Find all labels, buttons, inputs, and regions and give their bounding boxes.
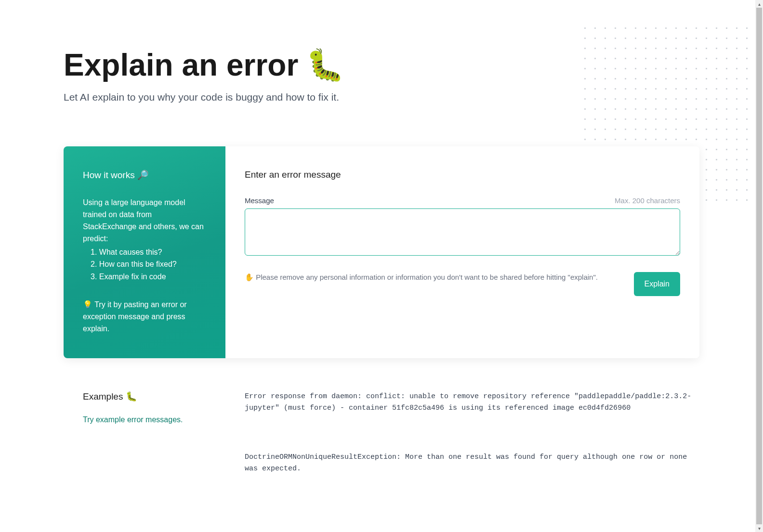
examples-list: Error response from daemon: conflict: un… — [225, 391, 699, 512]
form-title: Enter an error message — [245, 169, 680, 180]
explain-button[interactable]: Explain — [634, 272, 680, 296]
bug-icon: 🐛 — [306, 48, 344, 82]
form-section: Enter an error message Message Max. 200 … — [225, 146, 699, 358]
max-chars-label: Max. 200 characters — [615, 196, 680, 205]
example-item[interactable]: Error response from daemon: conflict: un… — [245, 391, 699, 414]
scrollbar-down-arrow-icon[interactable]: ▾ — [755, 524, 763, 532]
example-item[interactable]: DoctrineORMNonUniqueResultException: Mor… — [245, 452, 699, 475]
how-it-works-title: How it works 🔎 — [83, 169, 206, 181]
message-label: Message — [245, 196, 274, 205]
privacy-note: ✋ Please remove any personal information… — [245, 272, 624, 283]
examples-section: Examples 🐛 Try example error messages. E… — [64, 391, 699, 512]
how-it-works-item: 2. How can this be fixed? — [83, 258, 206, 271]
examples-subtitle: Try example error messages. — [83, 415, 206, 424]
how-it-works-item: 1. What causes this? — [83, 246, 206, 259]
page-title: Explain an error 🐛 — [64, 48, 699, 82]
form-bottom-row: ✋ Please remove any personal information… — [245, 272, 680, 296]
examples-title: Examples 🐛 — [83, 391, 206, 402]
main-card: How it works 🔎 Using a large language mo… — [64, 146, 699, 358]
how-it-works-panel: How it works 🔎 Using a large language mo… — [64, 146, 225, 358]
label-row: Message Max. 200 characters — [245, 196, 680, 205]
page-subtitle: Let AI explain to you why your code is b… — [64, 91, 699, 103]
examples-sidebar: Examples 🐛 Try example error messages. — [64, 391, 225, 512]
page-title-text: Explain an error — [64, 48, 298, 82]
how-it-works-description: Using a large language model trained on … — [83, 197, 206, 245]
how-it-works-item: 3. Example fix in code — [83, 271, 206, 283]
how-it-works-list: 1. What causes this? 2. How can this be … — [83, 246, 206, 283]
message-input[interactable] — [245, 208, 680, 256]
how-it-works-tip: 💡 Try it by pasting an error or exceptio… — [83, 299, 206, 335]
